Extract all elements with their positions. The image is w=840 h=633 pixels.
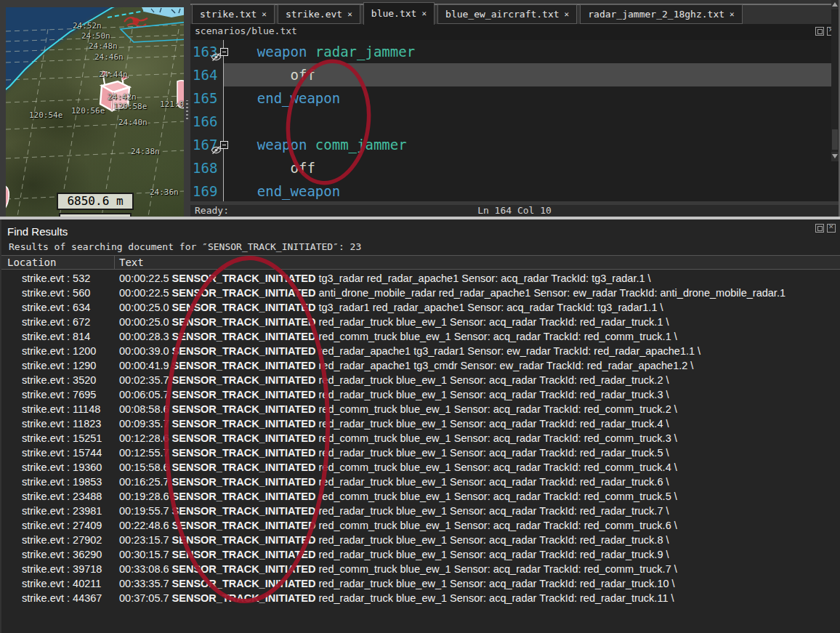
column-divider[interactable] — [114, 256, 115, 269]
table-row[interactable]: strike.evt : 3629000:30:15.7 SENSOR_TRAC… — [1, 547, 840, 562]
graticule-label: 24:44n — [99, 70, 128, 79]
table-row[interactable]: strike.evt : 4021100:33:35.7 SENSOR_TRAC… — [1, 576, 840, 591]
code-line-163[interactable]: 163 weapon radar_jammer — [190, 40, 839, 63]
event-name: SENSOR_TRACK_INITIATED — [172, 418, 316, 430]
table-row[interactable]: strike.evt : 53200:00:22.5 SENSOR_TRACK_… — [1, 271, 840, 286]
splitter-grip-icon — [186, 100, 188, 119]
tab-close-icon[interactable]: ✕ — [565, 5, 570, 23]
editor-title-bar: scenarios/blue.txt — [190, 24, 839, 40]
table-row[interactable]: strike.evt : 1182300:09:35.7 SENSOR_TRAC… — [1, 416, 840, 431]
graticule-label: 24:40n — [118, 118, 148, 127]
scrollbar-thumb[interactable] — [832, 129, 838, 150]
result-location: strike.evt : 36290 — [1, 547, 119, 562]
table-row[interactable]: strike.evt : 352000:02:35.7 SENSOR_TRACK… — [1, 373, 840, 387]
result-text: 00:16:25.7 SENSOR_TRACK_INITIATED red_ra… — [119, 475, 840, 489]
table-row[interactable]: strike.evt : 120000:00:39.0 SENSOR_TRACK… — [1, 344, 840, 358]
code-editor[interactable]: 163 weapon radar_jammer164 off165 end_we… — [190, 40, 839, 201]
entity-partial-left[interactable] — [6, 185, 9, 212]
editor-pane: strike.txt✕strike.evt✕blue.txt✕blue_ew_a… — [190, 0, 840, 217]
table-row[interactable]: strike.evt : 769500:06:05.7 SENSOR_TRACK… — [1, 387, 840, 402]
token-plain: off — [291, 160, 315, 176]
table-row[interactable]: strike.evt : 1525100:12:28.6 SENSOR_TRAC… — [1, 431, 840, 445]
tab-close-icon[interactable]: ✕ — [262, 5, 267, 23]
event-name: SENSOR_TRACK_INITIATED — [172, 520, 316, 531]
tab-label: blue_ew_aircraft.txt — [445, 5, 560, 23]
table-row[interactable]: strike.evt : 2348800:19:28.6 SENSOR_TRAC… — [1, 489, 840, 504]
table-row[interactable]: strike.evt : 56000:00:22.5 SENSOR_TRACK_… — [1, 286, 840, 300]
editor-vertical-scrollbar[interactable] — [831, 0, 839, 161]
result-text: 00:02:35.7 SENSOR_TRACK_INITIATED red_ra… — [119, 373, 840, 387]
map-viewport[interactable]: 24:52n24:50n24:48n24:46n24:44n24:42n24:4… — [6, 7, 185, 217]
table-row[interactable]: strike.evt : 129000:00:41.9 SENSOR_TRACK… — [1, 358, 840, 373]
result-location: strike.evt : 634 — [1, 300, 119, 315]
token-kw: weapon — [257, 137, 315, 153]
table-row[interactable]: strike.evt : 1936000:15:58.6 SENSOR_TRAC… — [1, 460, 840, 475]
result-text: 00:00:25.0 SENSOR_TRACK_INITIATED tg3_ra… — [119, 300, 840, 315]
result-text: 00:33:08.6 SENSOR_TRACK_INITIATED red_co… — [119, 562, 840, 576]
float-icon[interactable] — [815, 224, 824, 233]
tab-strike.txt[interactable]: strike.txt✕ — [192, 4, 275, 24]
editor-status-bar: Ready: Ln 164 Col 10 — [190, 205, 839, 217]
code-line-169[interactable]: 169 end_weapon — [190, 180, 839, 201]
code-line-167[interactable]: 167 weapon comm_jammer — [190, 133, 839, 156]
find-results-panel: Find Results Results of searching docume… — [0, 219, 840, 633]
table-row[interactable]: strike.evt : 2790200:23:15.7 SENSOR_TRAC… — [1, 533, 840, 547]
table-row[interactable]: strike.evt : 3971800:33:08.6 SENSOR_TRAC… — [1, 562, 840, 576]
fold-collapse-icon[interactable] — [220, 48, 228, 56]
vertical-splitter[interactable] — [184, 0, 190, 217]
scroll-down-icon[interactable] — [831, 152, 839, 161]
table-row[interactable]: strike.evt : 1985300:16:25.7 SENSOR_TRAC… — [1, 475, 840, 489]
scroll-up-icon[interactable] — [831, 0, 839, 9]
table-row[interactable]: strike.evt : 2398100:19:55.7 SENSOR_TRAC… — [1, 504, 840, 518]
tab-blue_ew_aircraft.txt[interactable]: blue_ew_aircraft.txt✕ — [437, 4, 577, 24]
code-line-168[interactable]: 168 off — [190, 156, 839, 180]
graticule-label: 24:36n — [150, 188, 179, 197]
fold-collapse-icon[interactable] — [220, 141, 228, 149]
graticule-label: 24:46n — [94, 52, 124, 62]
table-row[interactable]: strike.evt : 4436700:37:05.7 SENSOR_TRAC… — [1, 591, 840, 605]
tab-radar_jammer_2_18ghz.txt[interactable]: radar_jammer_2_18ghz.txt✕ — [580, 4, 742, 24]
column-header-location[interactable]: Location — [7, 257, 56, 268]
event-name: SENSOR_TRACK_INITIATED — [172, 273, 316, 284]
coastline-dashed — [108, 10, 148, 17]
results-table-header[interactable]: Location Text — [1, 255, 840, 270]
tab-strike.evt[interactable]: strike.evt✕ — [278, 4, 360, 24]
graticule-label: 24:48n — [89, 41, 118, 51]
token-plain: off — [291, 67, 315, 83]
float-icon[interactable] — [815, 27, 824, 36]
line-number: 166 — [190, 110, 224, 133]
table-row[interactable]: strike.evt : 81400:00:28.3 SENSOR_TRACK_… — [1, 329, 840, 344]
graticule-label: 24:50n — [81, 31, 110, 41]
close-icon[interactable] — [827, 224, 836, 233]
map-north-region — [141, 7, 185, 17]
column-header-text[interactable]: Text — [119, 257, 144, 268]
event-name: SENSOR_TRACK_INITIATED — [172, 432, 316, 444]
results-table-body: strike.evt : 53200:00:22.5 SENSOR_TRACK_… — [1, 271, 840, 605]
table-row[interactable]: strike.evt : 2740900:22:48.6 SENSOR_TRAC… — [1, 518, 840, 533]
tab-close-icon[interactable]: ✕ — [730, 5, 735, 23]
result-text: 00:00:39.0 SENSOR_TRACK_INITIATED red_ra… — [119, 344, 840, 358]
tab-blue.txt[interactable]: blue.txt✕ — [363, 2, 435, 25]
table-row[interactable]: strike.evt : 67200:00:25.0 SENSOR_TRACK_… — [1, 315, 840, 329]
result-location: strike.evt : 532 — [1, 271, 119, 286]
code-line-166[interactable]: 166 — [190, 110, 839, 133]
event-name: SENSOR_TRACK_INITIATED — [172, 505, 316, 517]
table-row[interactable]: strike.evt : 1114800:08:58.6 SENSOR_TRAC… — [1, 402, 840, 416]
result-location: strike.evt : 19853 — [1, 475, 119, 489]
code-line-164[interactable]: 164 off — [190, 63, 839, 86]
event-name: SENSOR_TRACK_INITIATED — [172, 534, 316, 546]
code-line-165[interactable]: 165 end_weapon — [190, 86, 839, 110]
tab-close-icon[interactable]: ✕ — [347, 5, 352, 23]
tab-close-icon[interactable]: ✕ — [421, 3, 427, 25]
graticule-label: 120:58e — [113, 102, 147, 111]
result-location: strike.evt : 814 — [1, 329, 119, 344]
code-text: end_weapon — [224, 180, 831, 201]
red-force-marker-core — [133, 18, 140, 25]
result-text: 00:00:41.9 SENSOR_TRACK_INITIATED red_ra… — [119, 358, 840, 373]
result-text: 00:00:22.5 SENSOR_TRACK_INITIATED anti_d… — [119, 286, 840, 300]
result-location: strike.evt : 23981 — [1, 504, 119, 518]
table-row[interactable]: strike.evt : 1574400:12:55.7 SENSOR_TRAC… — [1, 445, 840, 460]
graticule-label: 120:56e — [71, 106, 105, 116]
table-row[interactable]: strike.evt : 63400:00:25.0 SENSOR_TRACK_… — [1, 300, 840, 315]
token-type: radar_jammer — [315, 44, 415, 60]
